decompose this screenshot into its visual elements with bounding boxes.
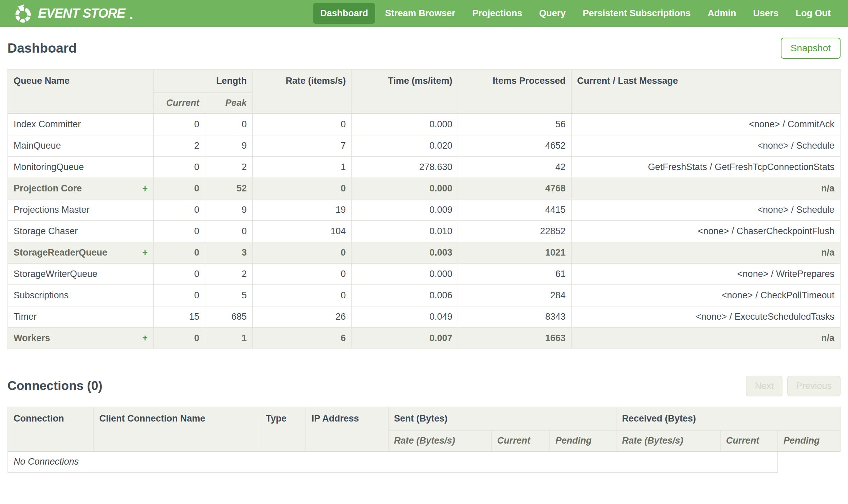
nav-item-log-out[interactable]: Log Out <box>789 3 838 24</box>
event-store-logo[interactable]: EVENT STORE <box>12 3 132 24</box>
brand-name: EVENT STORE <box>38 6 128 21</box>
queue-length-peak: 0 <box>205 114 253 135</box>
queue-time: 0.007 <box>352 327 458 349</box>
queue-table-row: Projection Core + 0 52 0 0.000 4768 n/a <box>8 178 840 199</box>
queue-rate: 26 <box>253 306 352 327</box>
nav-item-stream-browser[interactable]: Stream Browser <box>378 3 462 24</box>
queue-length-current: 0 <box>154 263 205 285</box>
nav-item-projections[interactable]: Projections <box>465 3 529 24</box>
queue-time: 0.020 <box>352 135 458 157</box>
queue-length-current: 0 <box>154 157 205 178</box>
queue-length-current: 15 <box>154 306 205 327</box>
queue-items-processed: 42 <box>458 157 571 178</box>
previous-button[interactable]: Previous <box>787 376 841 396</box>
col-subheader-current: Current <box>154 93 205 114</box>
nav-item-label: Log Out <box>796 8 831 18</box>
col-header-message: Current / Last Message <box>571 69 840 114</box>
connections-pager: Next Previous <box>746 376 841 396</box>
nav-item-query[interactable]: Query <box>532 3 573 24</box>
queue-rate: 6 <box>253 327 352 349</box>
queue-items-processed: 4768 <box>458 178 571 199</box>
queue-length-peak: 5 <box>205 285 253 306</box>
next-button[interactable]: Next <box>746 376 782 396</box>
queue-table-row: StorageWriterQueue 0 2 0 0.000 61 <none>… <box>8 263 840 285</box>
queue-table-row: Subscriptions 0 5 0 0.006 284 <none> / C… <box>8 285 840 306</box>
queue-message: <none> / Schedule <box>571 199 840 221</box>
snapshot-button[interactable]: Snapshot <box>781 38 841 59</box>
queue-length-current: 0 <box>154 221 205 242</box>
queue-table-row: MainQueue 2 9 7 0.020 4652 <none> / Sche… <box>8 135 840 157</box>
queue-table-row: Storage Chaser 0 0 104 0.010 22852 <none… <box>8 221 840 242</box>
col-subheader-sent-pending: Pending <box>549 430 616 451</box>
nav-item-persistent-subscriptions[interactable]: Persistent Subscriptions <box>575 3 698 24</box>
nav-item-label: Persistent Subscriptions <box>582 8 690 18</box>
queue-name: Storage Chaser <box>14 226 78 236</box>
col-subheader-received-pending: Pending <box>778 430 840 451</box>
queue-table-row: Timer 15 685 26 0.049 8343 <none> / Exec… <box>8 306 840 327</box>
col-header-length: Length <box>154 69 253 93</box>
queue-message: <none> / Schedule <box>571 135 840 157</box>
queue-name: StorageWriterQueue <box>14 269 97 279</box>
queue-table-row: Workers + 0 1 6 0.007 1663 n/a <box>8 327 840 349</box>
event-store-logo-icon <box>12 3 33 24</box>
col-subheader-peak: Peak <box>205 93 253 114</box>
queue-time: 0.006 <box>352 285 458 306</box>
queue-time: 0.003 <box>352 242 458 263</box>
connections-table: Connection Client Connection Name Type I… <box>7 407 841 473</box>
queue-message: n/a <box>571 327 840 349</box>
queue-length-peak: 1 <box>205 327 253 349</box>
queue-name: StorageReaderQueue <box>14 248 107 257</box>
main-nav: Dashboard Stream Browser Projections Que… <box>313 3 838 24</box>
col-subheader-received-rate: Rate (Bytes/s) <box>616 430 720 451</box>
nav-item-label: Projections <box>472 8 522 18</box>
queue-message: <none> / ChaserCheckpointFlush <box>571 221 840 242</box>
col-subheader-received-current: Current <box>720 430 778 451</box>
connections-title: Connections (0) <box>7 379 103 393</box>
queues-table-body: Index Committer 0 0 0 0.000 56 <none> / … <box>8 114 840 349</box>
queue-items-processed: 8343 <box>458 306 571 327</box>
col-header-rate: Rate (items/s) <box>253 69 352 114</box>
queue-table-row: Index Committer 0 0 0 0.000 56 <none> / … <box>8 114 840 135</box>
queue-rate: 0 <box>253 242 352 263</box>
queue-length-current: 0 <box>154 178 205 199</box>
expand-plus-icon[interactable]: + <box>142 248 148 258</box>
nav-item-admin[interactable]: Admin <box>700 3 743 24</box>
queue-length-peak: 2 <box>205 263 253 285</box>
nav-item-users[interactable]: Users <box>746 3 786 24</box>
no-connections-text: No Connections <box>8 451 778 472</box>
col-header-sent-bytes: Sent (Bytes) <box>389 407 616 430</box>
queue-rate: 7 <box>253 135 352 157</box>
queue-name: Subscriptions <box>14 290 69 300</box>
queue-rate: 19 <box>253 199 352 221</box>
queue-name: MainQueue <box>14 141 61 151</box>
col-header-connection: Connection <box>8 407 94 451</box>
queue-rate: 0 <box>253 263 352 285</box>
queue-time: 278.630 <box>352 157 458 178</box>
queue-rate: 0 <box>253 285 352 306</box>
queue-length-current: 0 <box>154 199 205 221</box>
queue-time: 0.049 <box>352 306 458 327</box>
brand-trademark-dot <box>130 17 132 19</box>
queue-table-row: MonitoringQueue 0 2 1 278.630 42 GetFres… <box>8 157 840 178</box>
nav-item-label: Admin <box>707 8 736 18</box>
queue-name: MonitoringQueue <box>14 162 84 172</box>
nav-item-label: Query <box>539 8 565 18</box>
queue-length-current: 0 <box>154 327 205 349</box>
queue-name: Index Committer <box>14 119 81 129</box>
queue-length-peak: 3 <box>205 242 253 263</box>
queue-message: <none> / CommitAck <box>571 114 840 135</box>
expand-plus-icon[interactable]: + <box>142 183 148 194</box>
page-title: Dashboard <box>7 41 77 56</box>
queue-length-current: 0 <box>154 285 205 306</box>
queue-items-processed: 22852 <box>458 221 571 242</box>
nav-item-dashboard[interactable]: Dashboard <box>313 3 375 24</box>
queue-time: 0.000 <box>352 114 458 135</box>
col-header-received-bytes: Received (Bytes) <box>616 407 840 430</box>
expand-plus-icon[interactable]: + <box>142 333 148 343</box>
main-content: Dashboard Snapshot Queue Name Length Rat… <box>0 38 848 473</box>
queue-length-peak: 52 <box>205 178 253 199</box>
queue-message: <none> / CheckPollTimeout <box>571 285 840 306</box>
queue-name: Timer <box>14 311 37 322</box>
queue-rate: 0 <box>253 178 352 199</box>
col-subheader-sent-rate: Rate (Bytes/s) <box>389 430 491 451</box>
